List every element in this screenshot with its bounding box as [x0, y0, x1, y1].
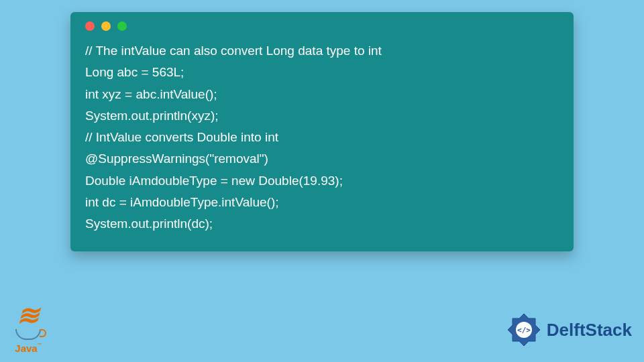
java-cup-icon	[15, 329, 41, 340]
minimize-icon	[101, 21, 111, 31]
code-block: // The intValue can also convert Long da…	[85, 40, 559, 235]
code-line: Double iAmdoubleType = new Double(19.93)…	[85, 170, 559, 192]
code-line: int dc = iAmdoubleType.intValue();	[85, 192, 559, 213]
code-line: System.out.println(dc);	[85, 213, 559, 235]
code-line: System.out.println(xyz);	[85, 105, 559, 127]
svg-text:</>: </>	[517, 326, 531, 335]
code-line: // The intValue can also convert Long da…	[85, 40, 559, 62]
delftstack-logo: </> DelftStack	[505, 311, 632, 349]
code-line: // IntValue converts Double into int	[85, 127, 559, 148]
java-logo: ≋ Java™	[8, 300, 48, 354]
java-steam-icon: ≋	[17, 304, 40, 328]
code-line: Long abc = 563L;	[85, 62, 559, 83]
code-line: int xyz = abc.intValue();	[85, 84, 559, 105]
java-logo-text: Java™	[15, 343, 41, 354]
code-line: @SuppressWarnings("removal")	[85, 148, 559, 170]
maximize-icon	[117, 21, 127, 31]
code-window: // The intValue can also convert Long da…	[70, 12, 574, 251]
close-icon	[85, 21, 95, 31]
delftstack-icon: </>	[505, 311, 543, 349]
window-controls	[85, 21, 559, 31]
delftstack-logo-text: DelftStack	[547, 320, 632, 341]
